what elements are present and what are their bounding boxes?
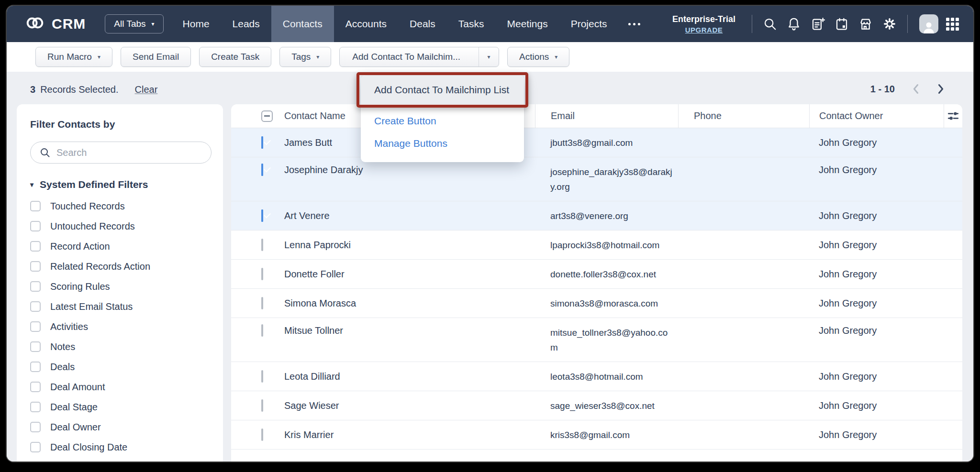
tab-home[interactable]: Home bbox=[171, 6, 221, 42]
contact-name[interactable]: Sage Wieser bbox=[284, 400, 535, 411]
next-page-icon[interactable] bbox=[937, 83, 945, 95]
filter-related-records-action[interactable]: Related Records Action bbox=[30, 256, 212, 276]
filter-activities[interactable]: Activities bbox=[30, 317, 212, 337]
system-defined-filters-toggle[interactable]: ▾ System Defined Filters bbox=[30, 179, 212, 190]
row-checkbox[interactable] bbox=[261, 268, 263, 280]
crm-logo[interactable]: CRM bbox=[25, 15, 86, 33]
table-row[interactable]: Art Venere art3s8@venere.org John Gregor… bbox=[231, 201, 962, 231]
filter-deals[interactable]: Deals bbox=[30, 357, 212, 377]
checkbox[interactable] bbox=[30, 301, 41, 312]
checkbox[interactable] bbox=[30, 221, 41, 231]
tab-contacts[interactable]: Contacts bbox=[271, 6, 334, 42]
tab-meetings[interactable]: Meetings bbox=[495, 6, 559, 42]
contact-name[interactable]: Kris Marrier bbox=[284, 429, 535, 440]
all-tabs-dropdown[interactable]: All Tabs ▾ bbox=[105, 14, 163, 33]
add-contact-to-mailchimp-button[interactable]: Add Contact To Mailchim... bbox=[340, 47, 473, 66]
checkbox[interactable] bbox=[30, 341, 41, 352]
column-settings-icon[interactable] bbox=[944, 104, 962, 128]
contact-name[interactable]: Art Venere bbox=[284, 210, 535, 221]
tab-deals[interactable]: Deals bbox=[398, 6, 447, 42]
filter-untouched-records[interactable]: Untouched Records bbox=[30, 216, 212, 236]
row-checkbox[interactable] bbox=[261, 209, 263, 222]
marketplace-icon[interactable] bbox=[854, 17, 878, 31]
table-row[interactable]: Mitsue Tollner mitsue_tollner3s8@yahoo.c… bbox=[231, 318, 962, 362]
filter-deal-owner[interactable]: Deal Owner bbox=[30, 417, 212, 437]
filter-scoring-rules[interactable]: Scoring Rules bbox=[30, 276, 212, 296]
checkbox[interactable] bbox=[30, 261, 41, 272]
checkbox[interactable] bbox=[30, 382, 41, 392]
contact-email: leota3s8@hotmail.com bbox=[535, 369, 678, 384]
contact-name[interactable]: Donette Foller bbox=[284, 269, 535, 280]
row-checkbox[interactable] bbox=[261, 164, 263, 176]
tab-accounts[interactable]: Accounts bbox=[334, 6, 398, 42]
actions-button[interactable]: Actions ▾ bbox=[507, 47, 569, 67]
checkbox[interactable] bbox=[30, 442, 41, 452]
column-phone[interactable]: Phone bbox=[678, 104, 809, 128]
contact-name[interactable]: Mitsue Tollner bbox=[284, 318, 535, 336]
filter-deal-amount[interactable]: Deal Amount bbox=[30, 377, 212, 397]
row-checkbox[interactable] bbox=[261, 428, 263, 441]
contact-name[interactable]: Lenna Paprocki bbox=[284, 240, 535, 251]
row-checkbox[interactable] bbox=[261, 399, 263, 412]
filter-touched-records[interactable]: Touched Records bbox=[30, 196, 212, 216]
tab-projects[interactable]: Projects bbox=[559, 6, 619, 42]
search-placeholder: Search bbox=[56, 147, 87, 158]
calendar-icon[interactable] bbox=[830, 17, 854, 31]
tab-leads[interactable]: Leads bbox=[221, 6, 271, 42]
table-row[interactable]: Josephine Darakjy josephine_darakjy3s8@d… bbox=[231, 157, 962, 201]
checkbox[interactable] bbox=[30, 422, 41, 432]
filter-search-input[interactable]: Search bbox=[30, 142, 212, 164]
manage-buttons-link[interactable]: Manage Buttons bbox=[374, 138, 511, 149]
tab-tasks[interactable]: Tasks bbox=[447, 6, 496, 42]
menu-item-add-contact-to-mailchimp-list[interactable]: Add Contact To Mailchimp List bbox=[361, 76, 524, 104]
clear-selection-link[interactable]: Clear bbox=[135, 84, 158, 95]
row-checkbox[interactable] bbox=[261, 136, 263, 149]
filter-notes[interactable]: Notes bbox=[30, 337, 212, 357]
avatar[interactable] bbox=[919, 14, 938, 33]
filter-latest-email-status[interactable]: Latest Email Status bbox=[30, 296, 212, 317]
checkbox[interactable] bbox=[30, 362, 41, 372]
table-row[interactable]: Donette Foller donette.foller3s8@cox.net… bbox=[231, 260, 962, 289]
create-button-link[interactable]: Create Button bbox=[374, 115, 511, 127]
checkbox[interactable] bbox=[30, 402, 41, 412]
checkbox[interactable] bbox=[30, 281, 41, 292]
create-note-icon[interactable] bbox=[806, 17, 830, 31]
row-checkbox[interactable] bbox=[261, 370, 263, 383]
search-icon[interactable] bbox=[758, 17, 782, 31]
more-tabs-icon[interactable] bbox=[619, 6, 650, 42]
row-checkbox[interactable] bbox=[261, 324, 263, 337]
table-row[interactable]: Kris Marrier kris3s8@gmail.com John Greg… bbox=[231, 420, 962, 450]
column-email[interactable]: Email bbox=[535, 104, 678, 128]
table-row[interactable]: Lenna Paprocki lpaprocki3s8@hotmail.com … bbox=[231, 231, 962, 260]
filter-deal-closing-date[interactable]: Deal Closing Date bbox=[30, 437, 212, 457]
filter-deal-stage[interactable]: Deal Stage bbox=[30, 397, 212, 417]
settings-gear-icon[interactable] bbox=[878, 17, 902, 31]
add-contact-dropdown-arrow[interactable]: ▾ bbox=[479, 47, 499, 66]
checkbox[interactable] bbox=[30, 241, 41, 252]
row-checkbox[interactable] bbox=[261, 297, 263, 309]
table-row[interactable]: James Butt jbutt3s8@gmail.com John Grego… bbox=[231, 128, 962, 157]
table-row[interactable]: Simona Morasca simona3s8@morasca.com Joh… bbox=[231, 289, 962, 318]
select-all-checkbox[interactable] bbox=[261, 110, 273, 122]
create-task-button[interactable]: Create Task bbox=[199, 47, 271, 67]
table-row[interactable]: Leota Dilliard leota3s8@hotmail.com John… bbox=[231, 362, 962, 391]
filter-record-action[interactable]: Record Action bbox=[30, 236, 212, 256]
row-checkbox[interactable] bbox=[261, 239, 263, 251]
notifications-bell-icon[interactable] bbox=[782, 17, 806, 31]
upgrade-link[interactable]: UPGRADE bbox=[672, 26, 735, 34]
contact-name[interactable]: Leota Dilliard bbox=[284, 371, 535, 382]
tags-label: Tags bbox=[291, 52, 311, 62]
checkbox[interactable] bbox=[30, 201, 41, 211]
pagination: 1 - 10 bbox=[870, 83, 945, 95]
checkbox[interactable] bbox=[30, 321, 41, 332]
run-macro-button[interactable]: Run Macro ▾ bbox=[35, 47, 112, 67]
tags-button[interactable]: Tags ▾ bbox=[279, 47, 331, 67]
column-contact-owner[interactable]: Contact Owner bbox=[809, 104, 944, 128]
previous-page-icon[interactable] bbox=[912, 83, 920, 95]
contact-name[interactable]: Simona Morasca bbox=[284, 298, 535, 309]
apps-grid-icon[interactable] bbox=[946, 18, 959, 31]
send-email-button[interactable]: Send Email bbox=[121, 47, 191, 67]
table-row[interactable]: Sage Wieser sage_wieser3s8@cox.net John … bbox=[231, 391, 962, 420]
filter-campaigns[interactable]: Campaigns bbox=[30, 457, 212, 461]
contact-email: jbutt3s8@gmail.com bbox=[535, 135, 678, 150]
